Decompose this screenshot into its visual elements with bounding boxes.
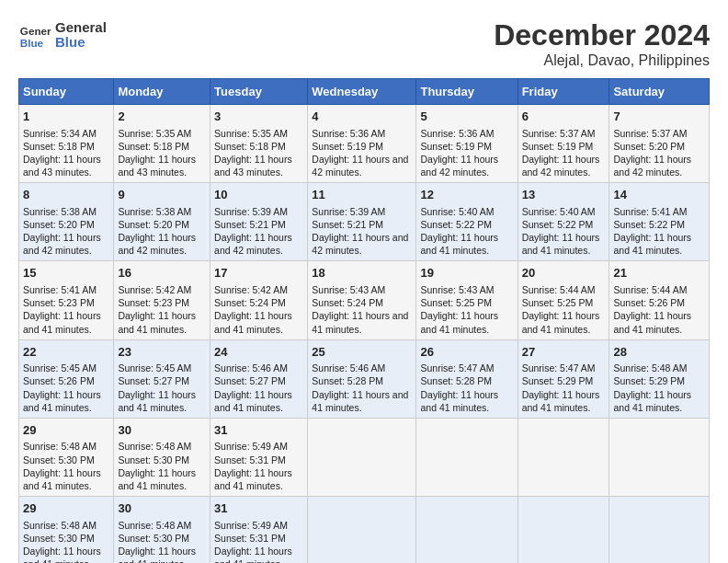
calendar-cell: 9Sunrise: 5:38 AMSunset: 5:20 PMDaylight… xyxy=(114,183,210,261)
calendar-cell: 18Sunrise: 5:43 AMSunset: 5:24 PMDayligh… xyxy=(308,261,416,339)
calendar-week-1: 1Sunrise: 5:34 AMSunset: 5:18 PMDaylight… xyxy=(19,105,710,183)
svg-text:Blue: Blue xyxy=(20,37,44,49)
calendar-cell: 28Sunrise: 5:48 AMSunset: 5:29 PMDayligh… xyxy=(609,339,710,418)
calendar-cell: 25Sunrise: 5:46 AMSunset: 5:28 PMDayligh… xyxy=(308,339,416,418)
calendar-cell: 30Sunrise: 5:48 AMSunset: 5:30 PMDayligh… xyxy=(114,418,210,496)
calendar-cell: 19Sunrise: 5:43 AMSunset: 5:25 PMDayligh… xyxy=(416,261,518,339)
calendar-cell: 22Sunrise: 5:45 AMSunset: 5:26 PMDayligh… xyxy=(19,339,114,418)
calendar-cell: 10Sunrise: 5:39 AMSunset: 5:21 PMDayligh… xyxy=(210,183,308,261)
calendar-cell xyxy=(416,497,518,563)
calendar-cell: 11Sunrise: 5:39 AMSunset: 5:21 PMDayligh… xyxy=(308,183,416,261)
logo-icon: General Blue xyxy=(18,18,51,52)
col-sunday: Sunday xyxy=(19,79,114,105)
calendar-week-6: 29Sunrise: 5:48 AMSunset: 5:30 PMDayligh… xyxy=(19,497,710,563)
calendar-cell xyxy=(416,418,518,496)
calendar-cell: 24Sunrise: 5:46 AMSunset: 5:27 PMDayligh… xyxy=(210,339,308,418)
calendar-cell: 13Sunrise: 5:40 AMSunset: 5:22 PMDayligh… xyxy=(518,183,609,261)
calendar-cell: 4Sunrise: 5:36 AMSunset: 5:19 PMDaylight… xyxy=(308,105,416,183)
calendar-cell: 5Sunrise: 5:36 AMSunset: 5:19 PMDaylight… xyxy=(416,105,518,183)
calendar-cell: 29Sunrise: 5:48 AMSunset: 5:30 PMDayligh… xyxy=(19,497,114,563)
calendar-cell: 2Sunrise: 5:35 AMSunset: 5:18 PMDaylight… xyxy=(114,105,210,183)
logo-blue: Blue xyxy=(55,35,85,51)
calendar-week-5: 29Sunrise: 5:48 AMSunset: 5:30 PMDayligh… xyxy=(19,418,710,496)
calendar-cell: 30Sunrise: 5:48 AMSunset: 5:30 PMDayligh… xyxy=(114,497,210,563)
calendar-cell: 17Sunrise: 5:42 AMSunset: 5:24 PMDayligh… xyxy=(210,261,308,339)
calendar-cell: 14Sunrise: 5:41 AMSunset: 5:22 PMDayligh… xyxy=(609,183,710,261)
calendar-cell: 16Sunrise: 5:42 AMSunset: 5:23 PMDayligh… xyxy=(114,261,210,339)
calendar-cell: 15Sunrise: 5:41 AMSunset: 5:23 PMDayligh… xyxy=(19,261,114,339)
calendar-cell: 31Sunrise: 5:49 AMSunset: 5:31 PMDayligh… xyxy=(210,418,308,496)
col-monday: Monday xyxy=(114,79,210,105)
calendar-cell: 12Sunrise: 5:40 AMSunset: 5:22 PMDayligh… xyxy=(416,183,518,261)
col-wednesday: Wednesday xyxy=(308,79,416,105)
page-header: General Blue General Blue December 2024 … xyxy=(18,18,710,69)
calendar-cell xyxy=(609,497,710,563)
col-saturday: Saturday xyxy=(609,79,710,105)
col-thursday: Thursday xyxy=(416,79,518,105)
logo-general: General xyxy=(55,20,107,36)
calendar-week-3: 15Sunrise: 5:41 AMSunset: 5:23 PMDayligh… xyxy=(19,261,710,339)
col-tuesday: Tuesday xyxy=(210,79,308,105)
calendar-cell: 26Sunrise: 5:47 AMSunset: 5:28 PMDayligh… xyxy=(416,339,518,418)
calendar-cell xyxy=(308,418,416,496)
calendar-cell: 7Sunrise: 5:37 AMSunset: 5:20 PMDaylight… xyxy=(609,105,710,183)
calendar-title: December 2024 xyxy=(494,18,710,52)
calendar-header-row: Sunday Monday Tuesday Wednesday Thursday… xyxy=(19,79,710,105)
calendar-cell xyxy=(308,497,416,563)
calendar-cell: 1Sunrise: 5:34 AMSunset: 5:18 PMDaylight… xyxy=(19,105,114,183)
calendar-cell: 6Sunrise: 5:37 AMSunset: 5:19 PMDaylight… xyxy=(518,105,609,183)
calendar-cell: 3Sunrise: 5:35 AMSunset: 5:18 PMDaylight… xyxy=(210,105,308,183)
calendar-cell xyxy=(609,418,710,496)
title-block: December 2024 Alejal, Davao, Philippines xyxy=(494,18,710,69)
calendar-cell: 31Sunrise: 5:49 AMSunset: 5:31 PMDayligh… xyxy=(210,497,308,563)
logo: General Blue General Blue xyxy=(18,18,107,52)
calendar-cell xyxy=(518,497,609,563)
svg-text:General: General xyxy=(20,25,51,37)
calendar-cell xyxy=(518,418,609,496)
calendar-cell: 21Sunrise: 5:44 AMSunset: 5:26 PMDayligh… xyxy=(609,261,710,339)
calendar-cell: 27Sunrise: 5:47 AMSunset: 5:29 PMDayligh… xyxy=(518,339,609,418)
calendar-table: Sunday Monday Tuesday Wednesday Thursday… xyxy=(18,78,710,563)
calendar-cell: 20Sunrise: 5:44 AMSunset: 5:25 PMDayligh… xyxy=(518,261,609,339)
calendar-week-4: 22Sunrise: 5:45 AMSunset: 5:26 PMDayligh… xyxy=(19,339,710,418)
calendar-subtitle: Alejal, Davao, Philippines xyxy=(494,52,710,69)
col-friday: Friday xyxy=(518,79,609,105)
calendar-week-2: 8Sunrise: 5:38 AMSunset: 5:20 PMDaylight… xyxy=(19,183,710,261)
calendar-cell: 29Sunrise: 5:48 AMSunset: 5:30 PMDayligh… xyxy=(19,418,114,496)
calendar-cell: 8Sunrise: 5:38 AMSunset: 5:20 PMDaylight… xyxy=(19,183,114,261)
calendar-cell: 23Sunrise: 5:45 AMSunset: 5:27 PMDayligh… xyxy=(114,339,210,418)
